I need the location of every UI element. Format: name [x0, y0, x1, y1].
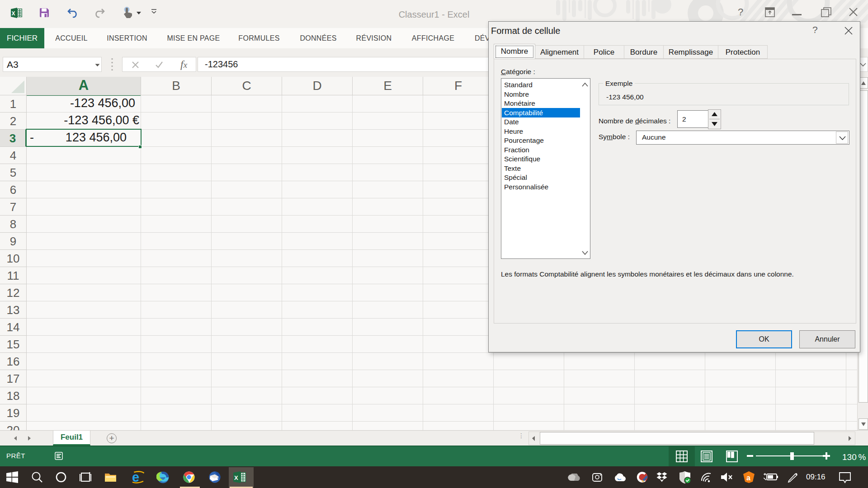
svg-text:a: a — [746, 474, 750, 482]
svg-text:X: X — [234, 474, 238, 481]
